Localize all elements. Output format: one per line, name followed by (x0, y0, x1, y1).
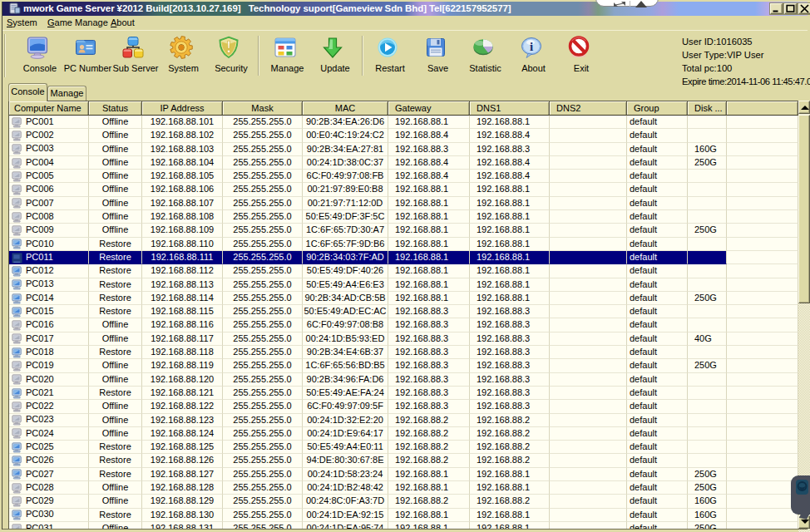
svg-text:i: i (529, 40, 532, 53)
